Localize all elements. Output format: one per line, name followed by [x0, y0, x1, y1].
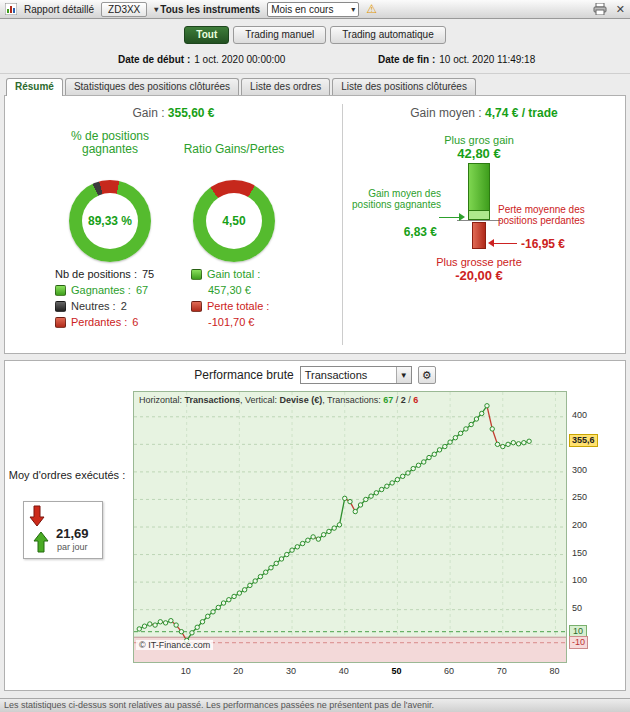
status-bar: Les statistiques ci-dessus sont relative…: [0, 698, 630, 712]
gain-avg-zone: [469, 210, 489, 219]
tab-resume[interactable]: Résumé: [6, 78, 63, 96]
titlebar: Rapport détaillé ZD3XX ▾ Tous les instru…: [0, 0, 630, 19]
filter-trading-manuel-button[interactable]: Trading manuel: [233, 26, 326, 44]
pct-gagnantes-label: % de positions gagnantes: [55, 130, 165, 156]
perte-totale-label: Perte totale :: [191, 298, 269, 314]
gain-moyen-value: 4,74 € / trade: [485, 106, 558, 120]
print-icon[interactable]: [593, 3, 607, 15]
performance-panel: Performance brute Transactions ▼ ⚙ Moy d…: [4, 360, 626, 691]
legend-gagnantes: Gagnantes : 67: [55, 282, 154, 298]
warning-icon[interactable]: ⚠: [366, 3, 377, 15]
perte-moyenne-value: -16,95 €: [521, 237, 601, 251]
down-arrow-icon: [29, 505, 45, 527]
date-start: Date de début :1 oct. 2020 00:00:00: [118, 54, 285, 65]
plus-gros-gain-value: 42,80 €: [399, 146, 559, 161]
chevron-down-icon: ▾: [351, 5, 355, 14]
period-select[interactable]: Mois en cours ▾: [267, 2, 359, 17]
gain-moyen-gagnantes-value: 6,83 €: [371, 225, 437, 239]
x-tick: 70: [492, 666, 512, 676]
document-tab[interactable]: ZD3XX: [101, 2, 147, 17]
red-swatch-icon: [191, 301, 202, 312]
red-arrow-icon: [494, 243, 517, 244]
green-swatch-icon: [191, 269, 202, 280]
x-tick: 60: [439, 666, 459, 676]
y-badge: 355,6: [569, 434, 598, 447]
gain-value: 355,60 €: [168, 106, 215, 120]
pct-gagnantes-value: 89,33 %: [82, 193, 138, 249]
legend-perdantes: Perdantes : 6: [55, 314, 154, 330]
y-tick: 100: [572, 575, 587, 586]
date-range: Date de début :1 oct. 2020 00:00:00 Date…: [0, 54, 630, 67]
equity-curve: [134, 392, 566, 662]
y-badge: -10: [569, 636, 588, 649]
report-tabs: Résumé Statistiques des positions clôtur…: [6, 78, 476, 96]
close-icon[interactable]: ✕: [616, 3, 625, 16]
ratio-label: Ratio Gains/Pertes: [179, 143, 289, 156]
y-tick: 150: [572, 548, 587, 559]
up-arrow-icon: [33, 531, 49, 553]
x-tick: 30: [281, 666, 301, 676]
filter-tout-button[interactable]: Tout: [184, 26, 229, 44]
x-axis: 1020304050607080: [133, 666, 567, 678]
report-icon: [5, 3, 17, 15]
green-arrow-icon: [439, 217, 459, 218]
x-tick: 10: [176, 666, 196, 676]
donut-ratio: 4,50: [193, 180, 275, 262]
wins-count: 67: [383, 395, 393, 405]
detailed-report-window: Rapport détaillé ZD3XX ▾ Tous les instru…: [0, 0, 630, 712]
positions-stats: Nb de positions : 75 Gagnantes : 67 Neut…: [55, 266, 154, 330]
green-arrow-tip-icon: [459, 213, 465, 221]
chevron-down-icon: ▾: [154, 5, 158, 14]
y-tick: 50: [572, 603, 582, 614]
y-tick: 200: [572, 520, 587, 531]
gain-total-label: Gain total :: [191, 266, 269, 282]
chevron-down-icon: ▼: [396, 367, 411, 383]
gain-bar: [468, 163, 490, 220]
gain-moyen-line: Gain moyen : 4,74 € / trade: [345, 106, 623, 120]
copyright-label: © IT-Finance.com: [136, 640, 213, 650]
summary-panel: Gain : 355,60 € % de positions gagnantes…: [4, 95, 626, 354]
moy-ordres-unit: par jour: [57, 542, 88, 552]
chart-header: Horizontal: Transactions, Vertical: Devi…: [139, 395, 418, 405]
gain-total-value: 457,30 €: [191, 282, 269, 298]
y-tick: 300: [572, 465, 587, 476]
chart-settings-button[interactable]: ⚙: [418, 366, 436, 384]
vertical-divider: [342, 104, 343, 345]
dark-swatch-icon: [55, 301, 66, 312]
green-swatch-icon: [55, 285, 66, 296]
window-title: Rapport détaillé: [24, 4, 94, 15]
gain-moyen-gagnantes-label: Gain moyen des positions gagnantes: [346, 188, 441, 210]
x-tick: 20: [228, 666, 248, 676]
losses-count: 6: [413, 395, 418, 405]
horizontal-unit-select[interactable]: Transactions ▼: [300, 366, 412, 384]
performance-chart: Horizontal: Transactions, Vertical: Devi…: [133, 391, 567, 663]
performance-title: Performance brute: [194, 368, 293, 382]
tab-liste-ordres[interactable]: Liste des ordres: [241, 78, 330, 95]
x-tick: 50: [386, 666, 406, 676]
ratio-value: 4,50: [206, 193, 262, 249]
perte-totale-value: -101,70 €: [191, 314, 269, 330]
date-end: Date de fin :10 oct. 2020 11:49:18: [378, 54, 535, 65]
performance-header: Performance brute Transactions ▼ ⚙: [5, 366, 625, 384]
y-tick: 400: [572, 410, 587, 421]
plus-grosse-perte-label: Plus grosse perte: [409, 256, 549, 268]
legend-neutres: Neutres : 2: [55, 298, 154, 314]
separator: [0, 73, 630, 74]
filter-trading-automatique-button[interactable]: Trading automatique: [330, 26, 445, 44]
tab-statistiques[interactable]: Statistiques des positions clôturées: [65, 78, 239, 95]
plus-gros-gain-label: Plus gros gain: [399, 134, 559, 146]
perte-bar: [472, 222, 486, 249]
tab-liste-positions[interactable]: Liste des positions clôturées: [332, 78, 476, 95]
moy-ordres-value: 21,69: [56, 526, 89, 541]
x-tick: 80: [544, 666, 564, 676]
perte-moyenne-label: Perte moyenne des positions perdantes: [498, 204, 606, 226]
mode-filter-group: Tout Trading manuel Trading automatique: [0, 26, 630, 44]
red-swatch-icon: [55, 317, 66, 328]
y-tick: 250: [572, 492, 587, 503]
red-arrow-tip-icon: [488, 239, 494, 247]
moy-ordres-label: Moy d'ordres exécutés :: [7, 469, 127, 482]
totals-stats: Gain total : 457,30 € Perte totale : -10…: [191, 266, 269, 330]
instruments-dropdown[interactable]: ▾ Tous les instruments: [154, 4, 260, 15]
moy-ordres-box: 21,69 par jour: [23, 501, 103, 559]
plus-grosse-perte-value: -20,00 €: [409, 268, 549, 283]
